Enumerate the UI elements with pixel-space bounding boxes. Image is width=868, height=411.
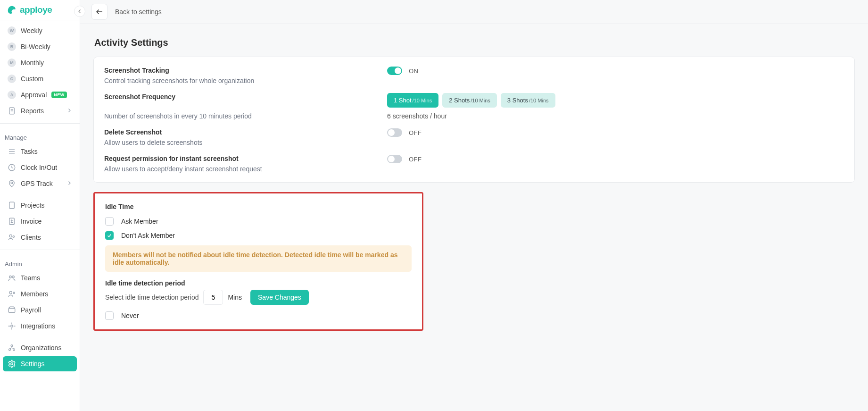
page-title: Activity Settings (94, 37, 854, 48)
svg-rect-8 (9, 202, 15, 209)
gps-icon (8, 179, 16, 188)
nav-label: Members (21, 290, 48, 298)
organizations-icon (8, 344, 16, 352)
back-label: Back to settings (115, 8, 162, 16)
ask-member-checkbox[interactable] (105, 217, 114, 226)
sidebar-item-custom[interactable]: C Custom (3, 71, 77, 86)
idle-notice: Members will not be notified about idle … (105, 245, 412, 272)
frequency-summary: 6 screenshots / hour (387, 112, 447, 120)
nav-label: Approval (21, 91, 47, 99)
never-label: Never (121, 312, 139, 319)
frequency-options: 1 Shot/10 Mins 2 Shots/10 Mins 3 Shots/1… (387, 93, 555, 108)
approval-icon: A (8, 91, 16, 99)
reports-icon (8, 107, 16, 115)
new-badge: NEW (51, 92, 67, 98)
sidebar-item-clients[interactable]: Clients (3, 230, 77, 245)
frequency-pill-1[interactable]: 1 Shot/10 Mins (387, 93, 438, 108)
svg-point-17 (11, 325, 13, 327)
svg-point-18 (11, 345, 13, 347)
tracking-title: Screenshot Tracking (104, 67, 387, 74)
nav-label: Tasks (21, 148, 38, 155)
clock-icon (8, 163, 16, 172)
nav-label: Organizations (21, 344, 61, 352)
svg-point-14 (9, 291, 12, 294)
nav-label: Clients (21, 234, 41, 241)
clients-icon (8, 233, 16, 242)
chevron-right-icon (66, 107, 72, 115)
idle-title: Idle Time (105, 203, 412, 210)
dont-ask-member-label: Don't Ask Member (121, 232, 175, 239)
nav-label: Bi-Weekly (21, 43, 50, 50)
frequency-title: Screenshot Frequency (104, 93, 387, 101)
sidebar-item-projects[interactable]: Projects (3, 198, 77, 213)
sidebar-collapse-button[interactable] (74, 6, 85, 17)
save-changes-button[interactable]: Save Changes (250, 290, 309, 305)
nav-label: Settings (21, 360, 45, 368)
permission-desc: Allow users to accept/deny instant scree… (104, 165, 387, 173)
back-button[interactable] (91, 4, 107, 20)
permission-title: Request permission for instant screensho… (104, 155, 387, 162)
members-icon (8, 290, 16, 298)
never-checkbox[interactable] (105, 311, 114, 320)
sidebar: apploye W Weekly B Bi-Weekly M Monthly C… (0, 0, 80, 411)
monthly-icon: M (8, 59, 16, 67)
integrations-icon (8, 322, 16, 330)
delete-state: OFF (409, 129, 422, 136)
svg-point-12 (9, 276, 12, 278)
sidebar-item-weekly[interactable]: W Weekly (3, 23, 77, 38)
nav-label: Clock In/Out (21, 164, 57, 171)
frequency-desc: Number of screenshots in every 10 minute… (104, 112, 387, 120)
sidebar-item-settings[interactable]: Settings (3, 356, 77, 371)
nav-label: Projects (21, 201, 45, 209)
idle-period-input[interactable] (203, 290, 223, 305)
nav-label: Custom (21, 75, 43, 83)
delete-title: Delete Screenshot (104, 128, 387, 136)
gear-icon (8, 360, 16, 368)
sidebar-item-reports[interactable]: Reports (3, 103, 77, 118)
permission-toggle[interactable] (387, 155, 402, 163)
frequency-pill-2[interactable]: 2 Shots/10 Mins (442, 93, 497, 108)
frequency-pill-3[interactable]: 3 Shots/10 Mins (501, 93, 555, 108)
sidebar-item-organizations[interactable]: Organizations (3, 340, 77, 355)
sidebar-item-members[interactable]: Members (3, 286, 77, 302)
sidebar-item-clock[interactable]: Clock In/Out (3, 160, 77, 175)
nav-label: Teams (21, 274, 40, 282)
sidebar-item-integrations[interactable]: Integrations (3, 319, 77, 334)
sidebar-item-teams[interactable]: Teams (3, 270, 77, 285)
nav-label: GPS Track (21, 180, 53, 187)
svg-rect-16 (8, 308, 15, 312)
nav: W Weekly B Bi-Weekly M Monthly C Custom … (0, 20, 80, 411)
sidebar-item-approval[interactable]: A Approval NEW (3, 87, 77, 102)
activity-card: Screenshot Tracking Control tracking scr… (93, 57, 855, 183)
dont-ask-member-checkbox[interactable] (105, 231, 114, 240)
sidebar-item-monthly[interactable]: M Monthly (3, 55, 77, 70)
sidebar-item-payroll[interactable]: Payroll (3, 302, 77, 318)
sidebar-item-invoice[interactable]: Invoice (3, 214, 77, 229)
sidebar-item-biweekly[interactable]: B Bi-Weekly (3, 39, 77, 54)
idle-period-label: Select idle time detection period (105, 294, 198, 301)
nav-label: Payroll (21, 306, 41, 314)
logo-icon (7, 5, 17, 15)
tasks-icon (8, 147, 16, 156)
sidebar-item-gps[interactable]: GPS Track (3, 176, 77, 191)
teams-icon (8, 274, 16, 282)
svg-point-15 (13, 292, 15, 294)
sidebar-item-tasks[interactable]: Tasks (3, 144, 77, 159)
svg-point-11 (13, 236, 14, 237)
svg-point-13 (12, 276, 15, 278)
delete-toggle[interactable] (387, 128, 402, 137)
permission-state: OFF (409, 156, 422, 163)
svg-point-7 (11, 182, 13, 184)
projects-icon (8, 201, 16, 210)
invoice-icon (8, 217, 16, 226)
custom-icon: C (8, 75, 16, 83)
nav-label: Weekly (21, 27, 42, 34)
tracking-toggle[interactable] (387, 67, 402, 75)
delete-desc: Allow users to delete screenshots (104, 139, 387, 146)
weekly-icon: W (8, 26, 16, 35)
nav-label: Invoice (21, 218, 41, 225)
payroll-icon (8, 306, 16, 314)
section-admin: Admin (0, 255, 80, 269)
brand-logo: apploye (0, 0, 80, 20)
topbar: Back to settings (80, 0, 868, 24)
